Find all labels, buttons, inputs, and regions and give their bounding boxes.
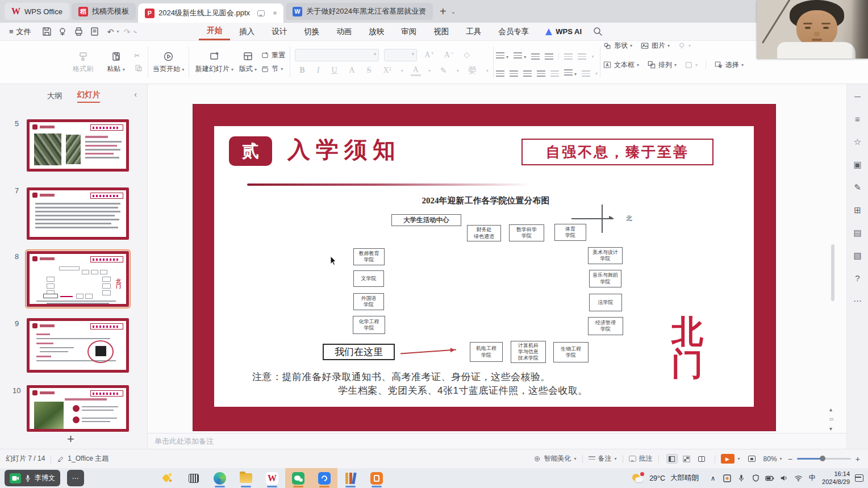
save-button[interactable] (40, 26, 54, 38)
building-bio-eng[interactable]: 生物工程 学院 (553, 342, 589, 362)
editor-scrollbar-thumb[interactable] (831, 244, 834, 301)
slide-motto-box[interactable]: 自强不息，臻于至善 (521, 139, 713, 165)
building-finance[interactable]: 财务处 绿色通道 (467, 225, 501, 241)
zoom-slider[interactable] (797, 458, 851, 460)
meeting-control-pill[interactable]: 李博文 (5, 470, 60, 486)
redo-chevron-icon[interactable]: ▾ (133, 29, 136, 34)
reset-slide-button[interactable]: 重置 (261, 51, 285, 60)
notebook-icon[interactable]: ▤ (853, 228, 861, 237)
slide-8-canvas[interactable]: 贰 入学须知 自强不息，臻于至善 2024年迎新工作各学院位置分布图 北 大学生… (193, 105, 775, 431)
map-title[interactable]: 2024年迎新工作各学院位置分布图 (364, 195, 608, 206)
template-doc-tab[interactable]: 稻 找稿壳模板 (72, 3, 136, 20)
camera-on-icon[interactable] (10, 473, 21, 483)
section-button[interactable]: 节 ▾ (261, 64, 285, 74)
char-spacing-button[interactable]: A (347, 66, 357, 75)
outline-tab[interactable]: 大纲 (47, 91, 62, 101)
bold-button[interactable]: B (297, 66, 307, 75)
building-foreign-lang[interactable]: 外国语 学院 (353, 293, 384, 310)
format-painter-button[interactable]: 格式刷 (68, 51, 98, 74)
file-explorer-icon[interactable] (233, 468, 259, 488)
building-law[interactable]: 法学院 (589, 294, 622, 311)
clock[interactable]: 16:14 2024/8/29 (822, 470, 850, 486)
we-are-here-box[interactable]: 我们在这里 (323, 344, 395, 360)
comments-button[interactable]: 批注 (629, 454, 653, 464)
building-economics[interactable]: 经济管理 学院 (588, 317, 623, 335)
add-slide-button[interactable]: + (67, 432, 74, 447)
align-right-icon[interactable] (523, 70, 532, 77)
tab-home[interactable]: 开始 (199, 23, 230, 40)
tab-design[interactable]: 设计 (264, 24, 295, 40)
word-doc-tab[interactable]: W 关于做好2024年黑龙江省基层就业资 (286, 3, 433, 20)
building-activity-center[interactable]: 大学生活动中心 (391, 214, 461, 226)
theme-button[interactable]: 1_Office 主题 (57, 454, 108, 464)
slide-sorter-view-button[interactable] (681, 454, 692, 464)
increase-indent-icon[interactable] (545, 53, 553, 60)
building-computer[interactable]: 计算机科 学与信息 技术学院 (511, 341, 546, 363)
font-color-button[interactable]: A (411, 65, 421, 76)
signature-pen-icon[interactable]: ✎ (854, 183, 861, 191)
undo-chevron-icon[interactable]: ▾ (117, 29, 119, 34)
next-slide-button[interactable]: ▾ (829, 426, 832, 432)
slide-5-thumbnail[interactable] (27, 119, 129, 172)
line-spacing-button[interactable]: ▾ (564, 69, 577, 77)
zoom-slider-thumb[interactable] (820, 456, 825, 461)
file-menu-button[interactable]: ≡ 文件 (0, 27, 39, 37)
weather-desc[interactable]: 大部晴朗 (670, 473, 699, 483)
building-teacher-edu[interactable]: 教师教育 学院 (353, 248, 385, 265)
tab-insert[interactable]: 插入 (231, 24, 262, 40)
slides-tab[interactable]: 幻灯片 (77, 90, 101, 103)
zoom-level[interactable]: 80% ▾ (763, 455, 782, 463)
text-direction-icon[interactable] (564, 53, 573, 60)
task-view-icon[interactable] (181, 468, 207, 488)
align-text-icon[interactable] (578, 53, 586, 60)
zoom-out-button[interactable]: − (788, 454, 792, 464)
new-tab-button[interactable]: + (435, 5, 451, 18)
tab-review[interactable]: 审阅 (393, 24, 424, 40)
tools-icon[interactable]: ⊞ (854, 206, 861, 214)
library-app-icon[interactable] (337, 468, 364, 488)
building-mech-eng[interactable]: 机电工程 学院 (470, 342, 503, 362)
building-music-dance[interactable]: 音乐与舞蹈 学院 (589, 270, 621, 287)
speaker-notes-bar[interactable]: 单击此处添加备注 (148, 433, 846, 449)
print-button[interactable] (72, 26, 86, 38)
picture-button[interactable]: 图片 ▾ (640, 41, 670, 51)
slide-7-thumbnail[interactable] (27, 187, 129, 240)
tab-transition[interactable]: 切换 (296, 24, 327, 40)
note-line-2[interactable]: 学生档案、党团关系、4张1寸蓝底证件照，这些会收取。 (338, 384, 588, 397)
bullets-button[interactable]: ▾ (496, 52, 508, 60)
material-library-icon[interactable]: ▣ (853, 160, 861, 169)
font-size-select[interactable] (384, 49, 417, 61)
italic-button[interactable]: I (315, 66, 322, 75)
tab-member[interactable]: 会员专享 (490, 24, 537, 40)
slide-nav-icon[interactable]: ▭ (829, 417, 834, 422)
undo-button[interactable]: ↶ (104, 26, 118, 38)
slide-editor-canvas[interactable]: 贰 入学须知 自强不息，臻于至善 2024年迎新工作各学院位置分布图 北 大学生… (148, 84, 846, 433)
slideshow-play-button[interactable]: ▶ (721, 454, 735, 464)
align-center-icon[interactable] (510, 70, 518, 77)
paste-button[interactable]: 粘贴 ▾ (101, 51, 131, 74)
building-math[interactable]: 数学科学 学院 (509, 224, 544, 241)
wps-home-tab[interactable]: W WPS Office (5, 3, 69, 20)
notes-button[interactable]: 备注 ▾ (589, 454, 617, 464)
building-chemical-eng[interactable]: 化学工程 学院 (353, 316, 385, 334)
battery-icon[interactable] (765, 474, 774, 483)
tab-tools[interactable]: 工具 (458, 24, 489, 40)
print-preview-button[interactable] (88, 26, 102, 38)
tab-animation[interactable]: 动画 (328, 24, 360, 40)
slide-10-thumbnail[interactable] (27, 385, 129, 432)
slide-9-thumbnail[interactable] (27, 318, 129, 373)
outline-color-icon[interactable]: ▾ (685, 61, 698, 69)
shrink-font-button[interactable]: A⁻ (442, 50, 457, 60)
slide-layout-button[interactable]: 版式 ▾ (238, 51, 257, 74)
weather-temp[interactable]: 29°C (649, 474, 665, 482)
columns-icon[interactable] (582, 70, 590, 77)
favorites-star-icon[interactable]: ☆ (854, 137, 861, 146)
weather-icon[interactable] (632, 472, 644, 485)
export-pdf-button[interactable] (56, 26, 70, 38)
grow-font-button[interactable]: A⁺ (422, 50, 437, 60)
copy-icon[interactable] (134, 64, 143, 73)
underline-button[interactable]: U (329, 66, 339, 75)
superscript-button[interactable]: X² (381, 66, 393, 75)
distribute-icon[interactable] (550, 70, 559, 77)
cut-icon[interactable]: ✂ (134, 52, 143, 60)
